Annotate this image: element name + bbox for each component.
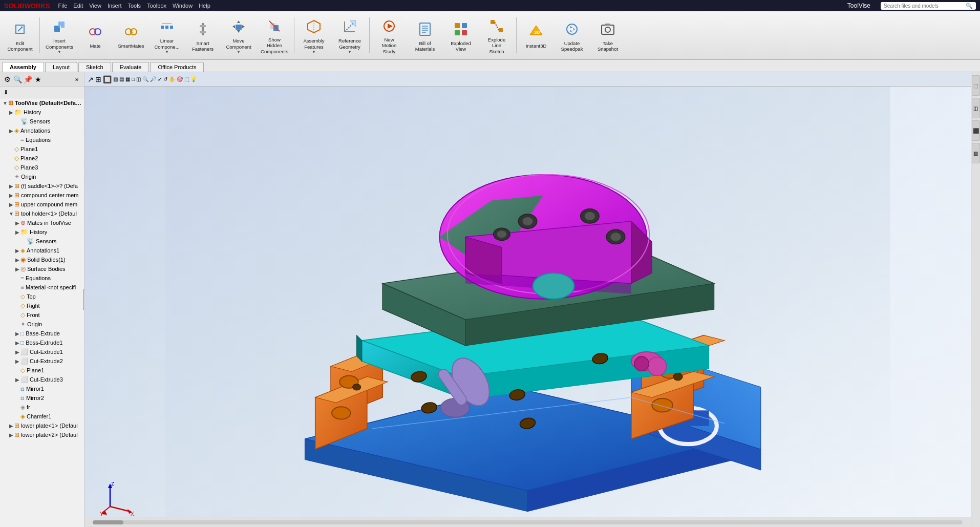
viewport-tool-1[interactable]: ↗ <box>88 75 94 83</box>
right-btn-2[interactable]: ◫ <box>972 98 980 118</box>
menu-window[interactable]: Window <box>173 3 193 9</box>
tree-item-history-1[interactable]: ▶ 📁 History <box>0 108 84 117</box>
search-area[interactable]: 🔍 <box>881 2 976 10</box>
tree-item-plane2[interactable]: ◇ Plane2 <box>0 154 84 163</box>
tree-item-base-extrude[interactable]: ▶ □ Base-Extrude <box>0 329 84 338</box>
tree-item-equations-2[interactable]: = Equations <box>0 273 84 283</box>
tree-item-right[interactable]: ◇ Right <box>0 301 84 310</box>
tree-item-sensors-2[interactable]: 📡 Sensors <box>0 237 84 246</box>
show-hidden-components-button[interactable]: ShowHiddenComponents <box>257 14 292 56</box>
bill-of-materials-button[interactable]: Bill ofMaterials <box>408 14 442 56</box>
menu-view[interactable]: View <box>89 3 101 9</box>
explode-line-sketch-button[interactable]: ExplodeLineSketch <box>479 14 514 56</box>
tab-office-products[interactable]: Office Products <box>150 62 204 72</box>
right-btn-3[interactable]: ⬛ <box>972 120 980 141</box>
smartmates-button[interactable]: S SmartMates <box>114 14 148 56</box>
tree-item-solid-bodies[interactable]: ▶ ◉ Solid Bodies(1) <box>0 255 84 264</box>
update-speedpak-button[interactable]: UpdateSpeedpak <box>555 14 589 56</box>
linear-component-button[interactable]: LinearCompone... ▼ <box>150 14 184 56</box>
tree-item-lower-plate-2[interactable]: ▶ ⊞ lower plate<2> (Defaul <box>0 430 84 439</box>
search-input[interactable] <box>884 3 966 9</box>
viewport-tool-6[interactable]: ▦ <box>125 76 130 82</box>
move-dropdown[interactable]: ▼ <box>237 50 241 54</box>
tree-item-plane1-1[interactable]: ◇ Plane1 <box>0 144 84 154</box>
sidebar-btn-2[interactable]: 🔍 <box>12 74 23 85</box>
filter-btn-1[interactable]: ⬇ <box>2 88 10 96</box>
tab-sketch[interactable]: Sketch <box>78 62 111 72</box>
linear-dropdown[interactable]: ▼ <box>165 50 169 54</box>
viewport-tool-16[interactable]: 💡 <box>190 76 197 82</box>
tree-item-mates[interactable]: ▶ ⊕ Mates in ToolVise <box>0 218 84 227</box>
viewport-tool-4[interactable]: ▥ <box>113 76 118 82</box>
viewport-tool-2[interactable]: ⊞ <box>95 75 101 83</box>
take-snapshot-button[interactable]: TakeSnapshot <box>590 14 625 56</box>
tree-item-mirror2[interactable]: ⧈ Mirror2 <box>0 393 84 403</box>
tree-item-cut-extrude1[interactable]: ▶ ⬜ Cut-Extrude1 <box>0 347 84 356</box>
menu-file[interactable]: File <box>58 3 68 9</box>
tree-item-compound-center[interactable]: ▶ ⊞ compound center mem <box>0 191 84 200</box>
menu-toolbox[interactable]: Toolbox <box>147 3 166 9</box>
menu-help[interactable]: Help <box>199 3 210 9</box>
mate-button[interactable]: Mate <box>78 14 113 56</box>
insert-components-dropdown[interactable]: ▼ <box>57 50 61 54</box>
tree-item-saddle[interactable]: ▶ ⊞ (f) saddle<1>->? (Defa <box>0 181 84 191</box>
viewport-tool-11[interactable]: ⤢ <box>158 76 162 82</box>
sidebar-expand-btn[interactable]: » <box>72 74 82 85</box>
viewport-tool-10[interactable]: 🔎 <box>150 76 156 82</box>
new-motion-study-button[interactable]: NewMotionStudy <box>372 14 407 56</box>
tree-item-annotations1[interactable]: ▶ ◈ Annotations1 <box>0 246 84 255</box>
viewport-tool-5[interactable]: ▤ <box>119 76 124 82</box>
viewport-tool-3[interactable]: 🔲 <box>103 75 112 83</box>
horizontal-scrollbar[interactable] <box>93 520 963 524</box>
right-btn-4[interactable]: ▨ <box>972 143 980 163</box>
menu-edit[interactable]: Edit <box>73 3 83 9</box>
tree-item-tool-holder[interactable]: ▼ ⊞ tool holder<1> (Defaul <box>0 209 84 218</box>
tree-item-chamfer1[interactable]: ◈ Chamfer1 <box>0 412 84 421</box>
viewport-tool-13[interactable]: ✋ <box>169 76 175 82</box>
tree-item-equations-1[interactable]: = Equations <box>0 135 84 144</box>
tab-evaluate[interactable]: Evaluate <box>112 62 150 72</box>
tree-item-cut-extrude2[interactable]: ▶ ⬜ Cut-Extrude2 <box>0 356 84 366</box>
tree-item-sensors-1[interactable]: 📡 Sensors <box>0 117 84 126</box>
tree-item-plane3[interactable]: ◇ Plane3 <box>0 163 84 172</box>
assembly-features-dropdown[interactable]: ▼ <box>312 50 316 54</box>
edit-component-button[interactable]: EditComponent <box>3 14 37 56</box>
tab-layout[interactable]: Layout <box>45 62 77 72</box>
tree-item-annotations[interactable]: ▶ ◈ Annotations <box>0 126 84 135</box>
move-component-button[interactable]: MoveComponent ▼ <box>221 14 256 56</box>
reference-geometry-button[interactable]: ReferenceGeometry ▼ <box>332 14 367 56</box>
exploded-view-button[interactable]: ExplodedView <box>443 14 478 56</box>
viewport-tool-8[interactable]: ◫ <box>136 76 141 82</box>
tree-item-surface-bodies[interactable]: ▶ ◎ Surface Bodies <box>0 264 84 273</box>
tree-item-lower-plate-1[interactable]: ▶ ⊞ lower plate<1> (Defaul <box>0 421 84 430</box>
tree-item-upper-compound[interactable]: ▶ ⊞ upper compound mem <box>0 200 84 209</box>
tree-item-mirror1[interactable]: ⧈ Mirror1 <box>0 384 84 393</box>
viewport-tool-15[interactable]: ⬚ <box>184 76 189 82</box>
tree-item-top[interactable]: ◇ Top <box>0 292 84 301</box>
scroll-thumb[interactable] <box>93 520 123 524</box>
tree-item-material[interactable]: ≡ Material <not specifi <box>0 283 84 292</box>
menu-tools[interactable]: Tools <box>127 3 141 9</box>
tree-item-cut-extrude3[interactable]: ▶ ⬜ Cut-Extrude3 <box>0 375 84 384</box>
tree-item-history-2[interactable]: ▶ 📁 History <box>0 227 84 237</box>
tree-item-boss-extrude1[interactable]: ▶ □ Boss-Extrude1 <box>0 338 84 347</box>
menu-insert[interactable]: Insert <box>108 3 122 9</box>
tree-item-fr[interactable]: ◈ fr <box>0 403 84 412</box>
tree-item-origin-1[interactable]: ✦ Origin <box>0 172 84 181</box>
tree-root-toolvise[interactable]: ▼ ⊞ ToolVise (Default<Default <box>0 98 84 108</box>
viewport-tool-7[interactable]: □ <box>132 76 135 82</box>
insert-components-button[interactable]: InsertComponents ▼ <box>42 14 77 56</box>
viewport-tool-12[interactable]: ↺ <box>163 76 167 82</box>
sidebar-btn-4[interactable]: ★ <box>33 74 43 85</box>
sidebar-btn-1[interactable]: ⚙ <box>2 74 12 85</box>
tree-item-origin-2[interactable]: ✦ Origin <box>0 320 84 329</box>
expand-icon[interactable]: ▼ <box>2 100 8 106</box>
tab-assembly[interactable]: Assembly <box>2 62 44 72</box>
smart-fasteners-button[interactable]: SmartFasteners <box>185 14 220 56</box>
viewport-tool-14[interactable]: 🎯 <box>177 76 183 82</box>
reference-geometry-dropdown[interactable]: ▼ <box>348 50 352 54</box>
tree-item-front[interactable]: ◇ Front <box>0 310 84 320</box>
tree-item-plane1-2[interactable]: ◇ Plane1 <box>0 366 84 375</box>
instant3d-button[interactable]: 3D Instant3D <box>519 14 553 56</box>
3d-viewport[interactable]: ↗ ⊞ 🔲 ▥ ▤ ▦ □ ◫ 🔍 🔎 ⤢ ↺ ✋ 🎯 ⬚ 💡 <box>84 72 971 527</box>
